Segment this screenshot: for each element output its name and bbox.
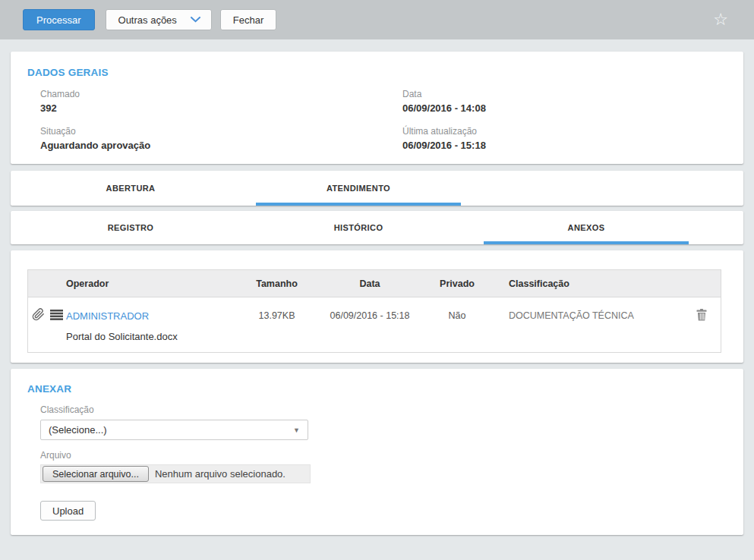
trash-icon	[696, 312, 707, 323]
header-privado: Privado	[412, 278, 503, 289]
header-tamanho: Tamanho	[226, 278, 328, 289]
dados-gerais-title: DADOS GERAIS	[27, 67, 727, 78]
row-icons	[28, 308, 66, 323]
select-caret-icon: ▼	[293, 426, 300, 434]
close-button[interactable]: Fechar	[220, 9, 276, 30]
toolbar: Processar Outras ações Fechar ☆	[0, 0, 754, 39]
menu-icon[interactable]	[50, 310, 63, 322]
classificacao-selected-value: (Selecione...)	[49, 424, 107, 436]
header-operador: Operador	[66, 278, 226, 289]
field-label: Chamado	[40, 89, 402, 99]
page-content: DADOS GERAIS Chamado 392 Data 06/09/2016…	[0, 39, 754, 535]
field-situacao: Situação Aguardando aprovação	[40, 126, 402, 151]
table-row: ADMINISTRADOR 13.97KB 06/09/2016 - 15:18…	[28, 297, 721, 352]
field-value: Aguardando aprovação	[40, 140, 402, 151]
ticket-screen: Processar Outras ações Fechar ☆ DADOS GE…	[0, 0, 754, 560]
main-tabs: ABERTURA ATENDIMENTO	[11, 171, 743, 206]
cell-data: 06/09/2016 - 15:18	[328, 310, 412, 321]
tab-abertura[interactable]: ABERTURA	[28, 171, 233, 206]
attachments-table-header: Operador Tamanho Data Privado Classifica…	[28, 270, 721, 297]
arquivo-label: Arquivo	[40, 450, 727, 461]
classificacao-select[interactable]: (Selecione...) ▼	[40, 420, 308, 440]
classificacao-label: Classificação	[40, 404, 727, 415]
chevron-down-icon	[191, 17, 200, 23]
anexar-form: Classificação (Selecione...) ▼ Arquivo S…	[27, 404, 727, 521]
field-ultima-atualizacao: Última atualização 06/09/2016 - 15:18	[402, 126, 727, 151]
field-label: Última atualização	[402, 126, 727, 137]
field-label: Data	[402, 89, 727, 99]
field-value: 392	[40, 102, 402, 114]
field-label: Situação	[40, 126, 402, 137]
header-data: Data	[328, 278, 412, 289]
header-classificacao: Classificação	[503, 278, 681, 289]
favorite-star-icon[interactable]: ☆	[713, 11, 728, 28]
dados-gerais-panel: DADOS GERAIS Chamado 392 Data 06/09/2016…	[11, 52, 743, 164]
field-data: Data 06/09/2016 - 14:08	[402, 89, 727, 114]
cell-classificacao: DOCUMENTAÇÃO TÉCNICA	[503, 310, 681, 321]
select-file-button[interactable]: Selecionar arquivo...	[43, 466, 149, 482]
cell-actions	[681, 309, 722, 323]
operator-link[interactable]: ADMINISTRADOR	[66, 310, 226, 322]
other-actions-dropdown[interactable]: Outras ações	[106, 9, 212, 30]
cell-privado: Não	[412, 310, 503, 321]
attachments-panel: Operador Tamanho Data Privado Classifica…	[11, 250, 743, 363]
process-button[interactable]: Processar	[23, 9, 95, 30]
file-status-text: Nenhum arquivo selecionado.	[155, 468, 286, 480]
tab-atendimento[interactable]: ATENDIMENTO	[256, 171, 461, 206]
other-actions-label: Outras ações	[118, 14, 177, 26]
tab-anexos[interactable]: ANEXOS	[484, 211, 689, 244]
anexar-title: ANEXAR	[27, 383, 727, 395]
paperclip-icon[interactable]	[32, 308, 45, 323]
field-value: 06/09/2016 - 14:08	[402, 102, 727, 114]
attachments-table: Operador Tamanho Data Privado Classifica…	[27, 269, 721, 353]
upload-button[interactable]: Upload	[40, 501, 96, 521]
delete-attachment-button[interactable]	[696, 309, 707, 323]
tab-registro[interactable]: REGISTRO	[28, 211, 233, 244]
dados-gerais-fields: Chamado 392 Data 06/09/2016 - 14:08 Situ…	[27, 89, 727, 163]
cell-tamanho: 13.97KB	[226, 310, 328, 321]
tab-historico[interactable]: HISTÓRICO	[256, 211, 461, 244]
sub-tabs: REGISTRO HISTÓRICO ANEXOS	[11, 211, 743, 244]
anexar-panel: ANEXAR Classificação (Selecione...) ▼ Ar…	[11, 369, 743, 535]
attachment-filename: Portal do Solicitante.docx	[66, 331, 722, 342]
field-chamado: Chamado 392	[40, 89, 402, 114]
file-input[interactable]: Selecionar arquivo... Nenhum arquivo sel…	[40, 464, 311, 483]
field-value: 06/09/2016 - 15:18	[402, 140, 727, 151]
